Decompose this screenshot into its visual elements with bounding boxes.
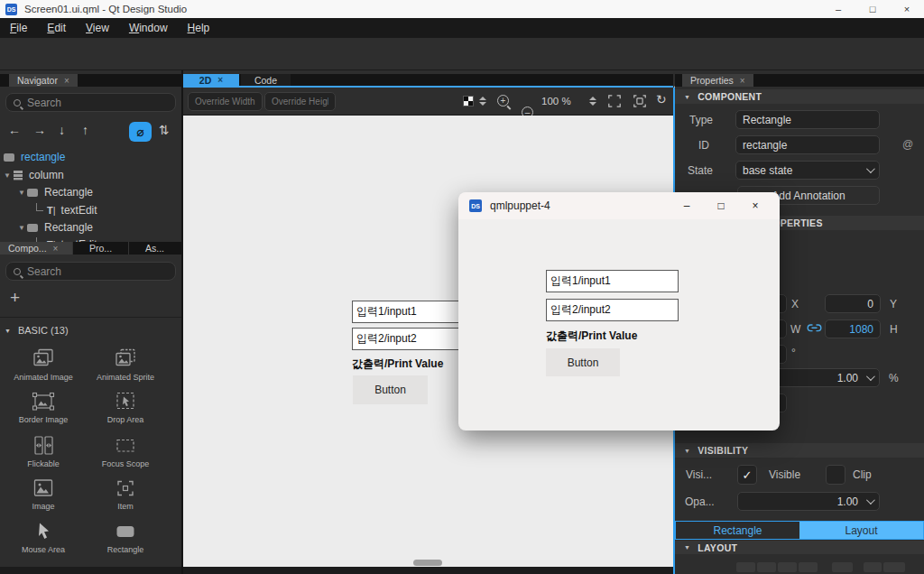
tab-assets[interactable]: As... xyxy=(129,242,180,255)
menu-window[interactable]: Window xyxy=(119,22,178,34)
zoom-spinner[interactable] xyxy=(589,97,596,106)
refresh-icon[interactable]: ↻ xyxy=(656,93,667,106)
component-rectangle[interactable]: Rectangle xyxy=(85,520,166,554)
menu-view[interactable]: View xyxy=(76,22,119,34)
mode-tab-rectangle[interactable]: Rectangle xyxy=(676,522,799,539)
canvas-button[interactable]: Button xyxy=(353,375,428,404)
component-flickable[interactable]: Flickable xyxy=(3,434,84,468)
mode-tab-layout[interactable]: Layout xyxy=(799,522,923,539)
menu-edit[interactable]: Edit xyxy=(37,22,76,34)
state-dropdown[interactable]: base state xyxy=(735,161,880,180)
background-color-toggle[interactable] xyxy=(463,96,474,106)
tab-components[interactable]: Compo... × xyxy=(0,242,72,255)
tab-code[interactable]: Code xyxy=(241,74,291,86)
tree-item-rectangle-root[interactable]: rectangle xyxy=(0,148,181,166)
puppet-input1[interactable]: 입력1/input1 xyxy=(546,270,679,292)
collapse-triangle-icon: ▼ xyxy=(684,94,690,100)
expander-icon[interactable]: ▼ xyxy=(16,189,27,197)
tab-properties[interactable]: Properties × xyxy=(682,74,753,87)
puppet-button[interactable]: Button xyxy=(546,348,620,376)
move-down-icon[interactable]: ↓ xyxy=(59,124,65,136)
background-spinner[interactable] xyxy=(479,97,486,106)
menu-help[interactable]: Help xyxy=(178,22,220,34)
component-section-header[interactable]: ▼ COMPONENT xyxy=(675,89,924,104)
anchor-button[interactable] xyxy=(799,562,818,572)
close-tab-icon[interactable]: × xyxy=(53,244,59,254)
component-label: Focus Scope xyxy=(85,459,166,468)
move-right-icon[interactable]: → xyxy=(33,124,46,136)
close-tab-icon[interactable]: × xyxy=(740,76,745,86)
qmlpuppet-close-button[interactable]: × xyxy=(738,192,772,219)
tree-item-rectangle-2[interactable]: ▼ Rectangle xyxy=(0,218,181,236)
basic-section-header[interactable]: ▼ BASIC (13) xyxy=(5,325,69,336)
component-border-image[interactable]: Border Image xyxy=(3,390,84,424)
qmlpuppet-title-bar[interactable]: DS qmlpuppet-4 – □ × xyxy=(458,192,780,219)
sort-order-icon[interactable]: ⇅ xyxy=(159,124,170,136)
zoom-level-value[interactable]: 100 % xyxy=(541,96,571,106)
component-drop-area[interactable]: Drop Area xyxy=(85,390,166,424)
frame-selection-icon[interactable] xyxy=(633,94,647,108)
tab-2d[interactable]: 2D × xyxy=(183,74,239,86)
move-left-icon[interactable]: ← xyxy=(8,124,21,136)
close-button[interactable]: × xyxy=(890,0,924,18)
component-item[interactable]: Item xyxy=(85,477,166,511)
export-alias-icon[interactable]: @ xyxy=(902,138,913,151)
expander-icon[interactable]: ▼ xyxy=(16,224,27,232)
anchor-button[interactable] xyxy=(883,562,905,572)
qmlpuppet-window[interactable]: DS qmlpuppet-4 – □ × 입력1/input1 입력2/inpu… xyxy=(458,192,780,430)
visible-checkbox[interactable]: ✓ xyxy=(737,465,757,485)
tree-item-column[interactable]: ▼ column xyxy=(0,166,181,184)
override-width-field[interactable] xyxy=(188,92,263,111)
maximize-button[interactable]: □ xyxy=(855,0,890,18)
qmlpuppet-minimize-button[interactable]: – xyxy=(670,192,704,219)
add-module-button[interactable]: + xyxy=(10,288,20,308)
components-search[interactable] xyxy=(5,262,176,281)
tab-properties-left[interactable]: Pro... xyxy=(73,242,128,255)
opacity-field[interactable]: 1.00 xyxy=(737,492,880,511)
component-mouse-area[interactable]: Mouse Area xyxy=(3,520,84,554)
override-width-input[interactable] xyxy=(195,97,255,106)
components-search-input[interactable] xyxy=(27,265,168,278)
type-field[interactable]: Rectangle xyxy=(735,110,880,129)
zoom-in-icon[interactable]: + xyxy=(497,95,509,106)
anchor-button[interactable] xyxy=(864,562,882,572)
height-label: H xyxy=(890,323,898,336)
tree-item-rectangle-1[interactable]: ▼ Rectangle xyxy=(0,183,181,201)
minimize-button[interactable]: – xyxy=(821,0,855,18)
link-size-icon[interactable] xyxy=(807,323,822,333)
component-focus-scope[interactable]: Focus Scope xyxy=(85,434,166,468)
tab-label: Pro... xyxy=(89,243,112,254)
tree-item-textedit-2[interactable]: T| textEdit xyxy=(0,236,181,242)
component-image[interactable]: Image xyxy=(3,477,84,511)
anchor-button[interactable] xyxy=(778,562,797,572)
close-tab-icon[interactable]: × xyxy=(217,75,223,85)
tree-item-textedit-1[interactable]: T| textEdit xyxy=(0,201,181,219)
id-field[interactable]: rectangle xyxy=(735,135,880,154)
component-animated-sprite[interactable]: Animated Sprite xyxy=(85,347,166,382)
anchor-button[interactable] xyxy=(736,562,755,572)
collapse-triangle-icon: ▼ xyxy=(684,544,690,551)
menu-file[interactable]: File xyxy=(0,22,37,34)
override-height-input[interactable] xyxy=(272,97,328,106)
position-y-field[interactable]: 0 xyxy=(825,294,881,313)
clip-checkbox[interactable] xyxy=(826,465,845,485)
qmlpuppet-maximize-button[interactable]: □ xyxy=(704,192,738,219)
puppet-input2[interactable]: 입력2/input2 xyxy=(546,299,679,321)
navigator-search[interactable] xyxy=(5,93,176,112)
override-height-field[interactable] xyxy=(264,92,336,111)
size-height-field[interactable]: 1080 xyxy=(825,319,881,338)
show-only-visible-toggle[interactable]: ⌀ xyxy=(129,122,152,142)
component-label: Animated Image xyxy=(3,373,84,382)
layout-section-header[interactable]: ▼ LAYOUT xyxy=(675,541,924,554)
close-tab-icon[interactable]: × xyxy=(64,76,69,86)
navigator-search-input[interactable] xyxy=(27,97,168,109)
anchor-button[interactable] xyxy=(757,562,776,572)
expander-icon[interactable]: ▼ xyxy=(2,171,13,180)
component-animated-image[interactable]: Animated Image xyxy=(3,347,84,382)
horizontal-scrollbar[interactable] xyxy=(413,560,442,566)
tab-navigator[interactable]: Navigator × xyxy=(9,74,78,87)
anchor-button[interactable] xyxy=(832,562,853,572)
visibility-section-header[interactable]: ▼ VISIBILITY xyxy=(675,443,924,458)
move-up-icon[interactable]: ↑ xyxy=(82,124,88,136)
fit-to-screen-icon[interactable] xyxy=(607,94,622,108)
